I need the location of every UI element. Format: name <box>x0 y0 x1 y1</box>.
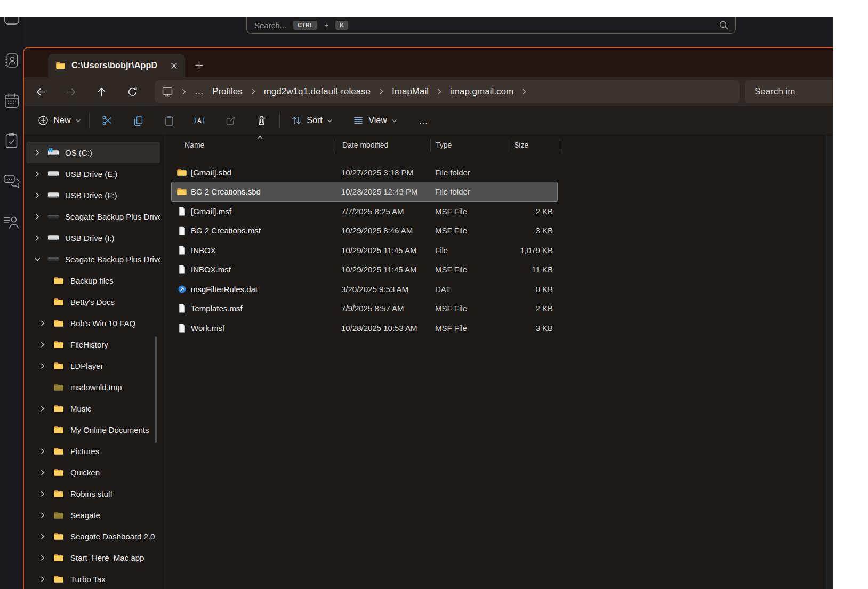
file-row[interactable]: msgFilterRules.dat 3/20/2025 9:53 AM DAT… <box>172 279 557 299</box>
copy-button[interactable] <box>126 110 150 131</box>
folder-icon <box>53 276 65 285</box>
space-calendar-button[interactable] <box>0 92 23 110</box>
explorer-tab[interactable]: C:\Users\bobjr\AppD <box>48 54 185 77</box>
sidebar-scrollbar[interactable] <box>155 336 157 443</box>
sidebar-item[interactable]: Seagate Backup Plus Drive <box>26 206 160 227</box>
tasks-icon <box>4 133 19 149</box>
up-button[interactable] <box>93 84 109 100</box>
sidebar-item[interactable]: Quicken <box>26 462 160 483</box>
file-list-scrollbar[interactable] <box>826 135 833 589</box>
refresh-button[interactable] <box>124 84 140 100</box>
chevron-right-icon[interactable] <box>40 320 46 326</box>
forward-button[interactable] <box>63 84 79 100</box>
chevron-right-icon[interactable] <box>35 214 41 220</box>
sidebar-item[interactable]: Backup files <box>26 270 160 291</box>
address-bar[interactable]: … Profiles mgd2w1q1.default-release Imap… <box>155 80 740 103</box>
file-row[interactable]: [Gmail].sbd 10/27/2025 3:18 PM File fold… <box>172 163 557 182</box>
sidebar-item[interactable]: msdownld.tmp <box>26 376 160 398</box>
search-icon <box>719 20 729 30</box>
thunderbird-search-bar[interactable]: Search... CTRL + K <box>246 17 736 34</box>
breadcrumb-item-profiles[interactable]: Profiles <box>212 86 243 97</box>
column-header-type[interactable]: Type <box>436 141 452 149</box>
chevron-right-icon[interactable] <box>40 470 46 475</box>
file-name: BG 2 Creations.msf <box>191 226 261 235</box>
file-row[interactable]: [Gmail].msf 7/7/2025 8:25 AM MSF File 2 … <box>172 201 557 221</box>
chevron-right-icon[interactable] <box>40 448 46 454</box>
share-button[interactable] <box>219 110 242 131</box>
sidebar-item[interactable]: OS (C:) <box>26 142 160 163</box>
breadcrumb-item-profile-folder[interactable]: mgd2w1q1.default-release <box>264 86 371 97</box>
new-button[interactable]: New <box>30 110 88 131</box>
file-row[interactable]: INBOX 10/29/2025 11:45 AM File 1,079 KB <box>172 240 557 260</box>
file-row[interactable]: INBOX.msf 10/29/2025 11:45 AM MSF File 1… <box>172 260 557 280</box>
sidebar-item[interactable]: Seagate Dashboard 2.0 <box>26 526 160 547</box>
back-button[interactable] <box>33 84 49 100</box>
chevron-right-icon[interactable] <box>35 171 41 177</box>
chevron-right-icon[interactable] <box>40 555 46 561</box>
file-icon <box>176 303 187 313</box>
sidebar-item-label: FileHistory <box>70 340 108 349</box>
chevron-right-icon[interactable] <box>40 406 46 412</box>
sidebar-item[interactable]: Seagate Backup Plus Drive <box>26 248 160 270</box>
file-size: 3 KB <box>535 324 553 333</box>
sidebar-item[interactable]: Robins stuff <box>26 483 160 504</box>
sidebar-item[interactable]: My Online Documents <box>26 419 160 440</box>
sidebar-item[interactable]: USB Drive (E:) <box>26 163 160 184</box>
sidebar-item[interactable]: FileHistory <box>26 334 160 355</box>
chevron-down-icon <box>327 119 332 123</box>
file-row[interactable]: Templates.msf 7/9/2025 8:57 AM MSF File … <box>172 299 557 319</box>
chevron-right-icon[interactable] <box>35 235 41 241</box>
cut-button[interactable] <box>95 110 119 131</box>
sidebar-item[interactable]: Pictures <box>26 440 160 462</box>
sidebar-item[interactable]: Music <box>26 398 160 419</box>
column-separator[interactable] <box>508 139 508 152</box>
breadcrumb-overflow-button[interactable]: … <box>195 86 204 97</box>
sidebar-item[interactable]: Bob's Win 10 FAQ <box>26 312 160 334</box>
column-separator[interactable] <box>560 139 560 152</box>
sidebar-item[interactable]: Start_Here_Mac.app <box>26 547 160 568</box>
chevron-right-icon[interactable] <box>40 512 46 518</box>
sidebar-item[interactable]: Turbo Tax <box>26 568 160 589</box>
tab-close-button[interactable] <box>167 59 181 72</box>
space-chat-button[interactable] <box>0 172 23 190</box>
chevron-down-icon[interactable] <box>35 256 41 262</box>
chevron-right-icon[interactable] <box>35 150 41 156</box>
chevron-right-icon[interactable] <box>40 576 46 582</box>
sidebar-item[interactable]: LDPlayer <box>26 355 160 376</box>
file-row[interactable]: BG 2 Creations.sbd 10/28/2025 12:49 PM F… <box>172 182 557 202</box>
breadcrumb-item-imapmail[interactable]: ImapMail <box>392 86 429 97</box>
column-header-size[interactable]: Size <box>514 141 528 149</box>
more-options-button[interactable]: … <box>412 110 436 131</box>
column-separator[interactable] <box>430 139 431 152</box>
space-address-book-button[interactable] <box>0 51 23 69</box>
column-header-name[interactable]: Name <box>184 141 204 149</box>
breadcrumb-item-imap-gmail[interactable]: imap.gmail.com <box>450 86 513 97</box>
file-date-modified: 10/29/2025 11:45 AM <box>341 265 417 274</box>
sort-button[interactable]: Sort <box>284 110 339 131</box>
chevron-right-icon[interactable] <box>40 342 46 348</box>
space-mail-button[interactable] <box>0 17 23 29</box>
sidebar-item[interactable]: USB Drive (I:) <box>26 227 160 248</box>
column-separator[interactable] <box>336 139 336 152</box>
chevron-right-icon[interactable] <box>40 491 46 497</box>
sidebar-item[interactable]: Seagate <box>26 504 160 526</box>
column-header-date[interactable]: Date modified <box>342 141 388 149</box>
paste-button[interactable] <box>157 110 181 131</box>
sidebar-item[interactable]: Betty's Docs <box>26 291 160 312</box>
explorer-search-input[interactable]: Search im <box>745 80 833 103</box>
file-row[interactable]: BG 2 Creations.msf 10/29/2025 8:46 AM MS… <box>172 221 557 241</box>
delete-button[interactable] <box>250 110 273 131</box>
rename-button[interactable] <box>188 110 211 131</box>
file-icon <box>176 323 187 333</box>
space-tasks-button[interactable] <box>0 132 23 150</box>
sidebar-item[interactable]: USB Drive (F:) <box>26 184 160 206</box>
view-button[interactable]: View <box>345 110 404 131</box>
chevron-right-icon[interactable] <box>40 363 46 369</box>
space-newsgroups-button[interactable] <box>0 213 23 231</box>
pane-divider[interactable] <box>165 135 165 589</box>
navigation-pane: OS (C:) USB Drive (E:) USB Drive (F:) Se… <box>24 135 164 589</box>
new-tab-button[interactable] <box>190 57 207 74</box>
chevron-right-icon[interactable] <box>35 192 41 198</box>
chevron-right-icon[interactable] <box>40 534 46 539</box>
file-row[interactable]: Work.msf 10/28/2025 10:53 AM MSF File 3 … <box>172 318 557 338</box>
